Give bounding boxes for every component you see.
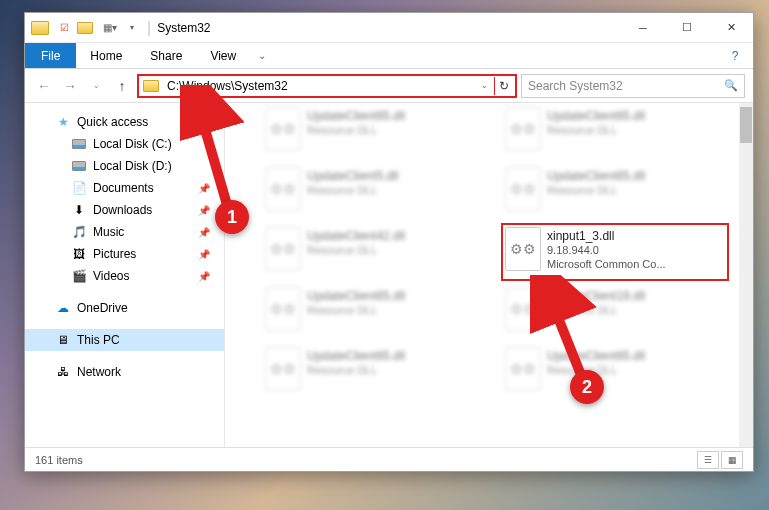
- address-separator: [494, 77, 495, 95]
- documents-icon: 📄: [71, 180, 87, 196]
- onedrive-icon: ☁: [55, 300, 71, 316]
- scrollbar-thumb[interactable]: [740, 107, 752, 143]
- home-tab[interactable]: Home: [76, 43, 136, 68]
- pin-icon: 📌: [198, 183, 210, 194]
- explorer-window: ☑ ▦▾ ▾ | System32 ─ ☐ ✕ File Home Share …: [24, 12, 754, 472]
- window-folder-icon: [31, 21, 49, 35]
- downloads-icon: ⬇: [71, 202, 87, 218]
- qat-check-icon[interactable]: ☑: [55, 19, 73, 37]
- recent-dropdown-icon[interactable]: ⌄: [85, 75, 107, 97]
- sidebar-documents[interactable]: 📄Documents📌: [25, 177, 224, 199]
- qat-folder-icon[interactable]: [77, 22, 93, 34]
- disk-icon: [71, 158, 87, 174]
- sidebar-local-disk-d[interactable]: Local Disk (D:): [25, 155, 224, 177]
- body-area: ★Quick access Local Disk (C:) Local Disk…: [25, 103, 753, 447]
- dll-icon: ⚙⚙: [265, 287, 301, 331]
- music-icon: 🎵: [71, 224, 87, 240]
- navigation-pane: ★Quick access Local Disk (C:) Local Disk…: [25, 103, 225, 447]
- sidebar-videos[interactable]: 🎬Videos📌: [25, 265, 224, 287]
- qat-dropdown-icon[interactable]: ▾: [123, 19, 141, 37]
- dll-icon: ⚙⚙: [505, 107, 541, 151]
- up-button[interactable]: ↑: [111, 75, 133, 97]
- file-item[interactable]: ⚙⚙UpdateClient19.dllResource DLL: [505, 287, 725, 337]
- addressbar-folder-icon: [143, 80, 159, 92]
- search-placeholder: Search System32: [528, 79, 623, 93]
- file-item-target[interactable]: ⚙⚙xinput1_3.dll9.18.944.0Microsoft Commo…: [501, 223, 729, 281]
- item-count: 161 items: [35, 454, 83, 466]
- details-view-button[interactable]: ☰: [697, 451, 719, 469]
- callout-2: 2: [570, 370, 604, 404]
- view-tab[interactable]: View: [196, 43, 250, 68]
- file-item[interactable]: ⚙⚙UpdateClient65.dllResource DLL: [265, 287, 485, 337]
- network-icon: 🖧: [55, 364, 71, 380]
- ribbon-expand-icon[interactable]: ⌄: [250, 43, 274, 68]
- refresh-icon[interactable]: ↻: [497, 79, 511, 93]
- window-controls: ─ ☐ ✕: [621, 13, 753, 43]
- status-bar: 161 items ☰ ▦: [25, 447, 753, 471]
- minimize-button[interactable]: ─: [621, 13, 665, 43]
- qat-properties-icon[interactable]: ▦▾: [101, 19, 119, 37]
- sidebar-downloads[interactable]: ⬇Downloads📌: [25, 199, 224, 221]
- quick-access-toolbar: ☑ ▦▾ ▾: [55, 19, 141, 37]
- dll-icon: ⚙⚙: [265, 167, 301, 211]
- dll-icon: ⚙⚙: [505, 227, 541, 271]
- sidebar-onedrive[interactable]: ☁OneDrive: [25, 297, 224, 319]
- pictures-icon: 🖼: [71, 246, 87, 262]
- window-title: System32: [157, 21, 210, 35]
- icons-view-button[interactable]: ▦: [721, 451, 743, 469]
- file-list[interactable]: ⚙⚙UpdateClient65.dllResource DLL ⚙⚙Updat…: [225, 103, 753, 447]
- pin-icon: 📌: [198, 205, 210, 216]
- address-dropdown-icon[interactable]: ⌄: [481, 81, 488, 90]
- file-tab[interactable]: File: [25, 43, 76, 68]
- target-file-name: xinput1_3.dll: [547, 229, 666, 243]
- pin-icon: 📌: [198, 227, 210, 238]
- pin-icon: 📌: [198, 271, 210, 282]
- search-icon: 🔍: [724, 79, 738, 92]
- pin-icon: 📌: [198, 249, 210, 260]
- callout-1: 1: [215, 200, 249, 234]
- maximize-button[interactable]: ☐: [665, 13, 709, 43]
- file-item[interactable]: ⚙⚙UpdateClient42.dllResource DLL: [265, 227, 485, 277]
- address-bar[interactable]: C:\Windows\System32 ⌄ ↻: [137, 74, 517, 98]
- videos-icon: 🎬: [71, 268, 87, 284]
- star-icon: ★: [55, 114, 71, 130]
- dll-icon: ⚙⚙: [265, 107, 301, 151]
- vertical-scrollbar[interactable]: [739, 103, 753, 447]
- sidebar-quick-access[interactable]: ★Quick access: [25, 111, 224, 133]
- file-item[interactable]: ⚙⚙UpdateClient65.dllResource DLL: [265, 107, 485, 157]
- file-item[interactable]: ⚙⚙UpdateClient65.dllResource DLL: [265, 347, 485, 397]
- dll-icon: ⚙⚙: [265, 347, 301, 391]
- file-item[interactable]: ⚙⚙UpdateClient65.dllResource DLL: [505, 107, 725, 157]
- forward-button[interactable]: →: [59, 75, 81, 97]
- title-separator: |: [147, 19, 151, 37]
- back-button[interactable]: ←: [33, 75, 55, 97]
- navigation-bar: ← → ⌄ ↑ C:\Windows\System32 ⌄ ↻ Search S…: [25, 69, 753, 103]
- target-file-version: 9.18.944.0: [547, 243, 666, 257]
- title-bar: ☑ ▦▾ ▾ | System32 ─ ☐ ✕: [25, 13, 753, 43]
- close-button[interactable]: ✕: [709, 13, 753, 43]
- ribbon-tabs: File Home Share View ⌄ ?: [25, 43, 753, 69]
- dll-icon: ⚙⚙: [505, 167, 541, 211]
- help-icon[interactable]: ?: [723, 43, 747, 68]
- dll-icon: ⚙⚙: [265, 227, 301, 271]
- sidebar-this-pc[interactable]: 🖥This PC: [25, 329, 224, 351]
- share-tab[interactable]: Share: [136, 43, 196, 68]
- sidebar-music[interactable]: 🎵Music📌: [25, 221, 224, 243]
- dll-icon: ⚙⚙: [505, 287, 541, 331]
- this-pc-icon: 🖥: [55, 332, 71, 348]
- sidebar-pictures[interactable]: 🖼Pictures📌: [25, 243, 224, 265]
- target-file-desc: Microsoft Common Co...: [547, 257, 666, 271]
- dll-icon: ⚙⚙: [505, 347, 541, 391]
- file-item[interactable]: ⚙⚙UpdateClient65.dllResource DLL: [505, 347, 725, 397]
- search-input[interactable]: Search System32 🔍: [521, 74, 745, 98]
- file-item[interactable]: ⚙⚙UpdateClient5.dllResource DLL: [265, 167, 485, 217]
- address-path: C:\Windows\System32: [167, 79, 481, 93]
- sidebar-local-disk-c[interactable]: Local Disk (C:): [25, 133, 224, 155]
- disk-icon: [71, 136, 87, 152]
- sidebar-network[interactable]: 🖧Network: [25, 361, 224, 383]
- view-toggles: ☰ ▦: [697, 451, 743, 469]
- file-item[interactable]: ⚙⚙UpdateClient65.dllResource DLL: [505, 167, 725, 217]
